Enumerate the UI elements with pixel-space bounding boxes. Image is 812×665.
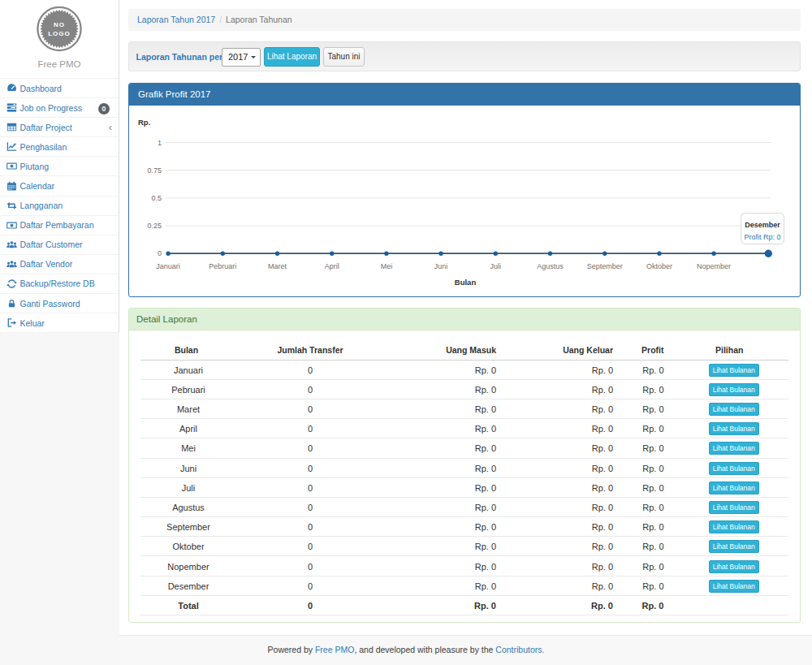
svg-text:0.25: 0.25 (147, 222, 162, 230)
svg-text:Pebruari: Pebruari (209, 262, 236, 270)
svg-text:April: April (325, 262, 339, 270)
svg-text:Oktober: Oktober (646, 262, 672, 270)
svg-text:Profit Rp: 0: Profit Rp: 0 (744, 233, 780, 241)
svg-text:Agustus: Agustus (537, 262, 564, 270)
svg-text:1: 1 (158, 139, 162, 147)
svg-text:0.5: 0.5 (151, 194, 162, 202)
svg-text:Rp.: Rp. (138, 118, 150, 127)
svg-text:Maret: Maret (268, 262, 287, 270)
svg-text:September: September (587, 262, 623, 270)
svg-text:0: 0 (158, 249, 162, 257)
svg-text:Juni: Juni (434, 262, 448, 270)
svg-text:Desember: Desember (745, 221, 780, 229)
svg-text:Nopember: Nopember (697, 262, 731, 270)
svg-text:Bulan: Bulan (455, 278, 477, 287)
svg-text:Mei: Mei (381, 262, 393, 270)
svg-text:0.75: 0.75 (147, 166, 162, 175)
svg-text:Juli: Juli (490, 262, 502, 270)
svg-text:NO: NO (54, 21, 65, 28)
svg-text:LOGO: LOGO (48, 30, 71, 37)
svg-text:Januari: Januari (156, 262, 180, 270)
